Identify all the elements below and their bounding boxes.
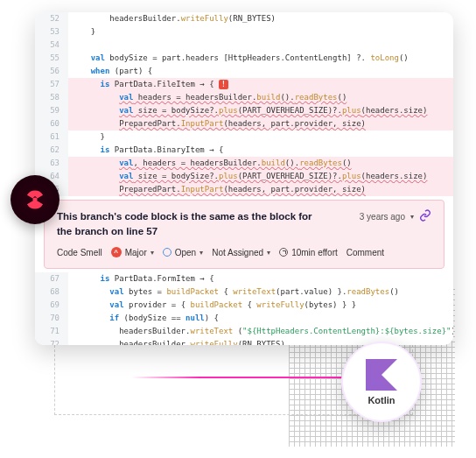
language-label: Kotlin (368, 395, 395, 405)
line-source: is PartData.FileItem → { ! (68, 78, 453, 91)
issue-title[interactable]: This branch's code block is the same as … (57, 209, 319, 238)
code-line: 67 is PartData.FormItem → { (35, 272, 453, 285)
issue-panel: This branch's code block is the same as … (44, 200, 444, 269)
sonar-badge (10, 175, 60, 224)
code-line: 60 PreparedPart.InputPart(headers, part.… (35, 117, 453, 130)
line-number: 62 (35, 144, 68, 157)
code-block-bottom: 67 is PartData.FormItem → {68 val bytes … (35, 272, 453, 345)
issue-effort: 10min effort (279, 248, 338, 257)
chevron-down-icon[interactable]: ▾ (410, 213, 414, 221)
code-line: 64 val size = bodySize?.plus(PART_OVERHE… (35, 170, 453, 183)
line-source: PreparedPart.InputPart(headers, part.pro… (68, 117, 453, 130)
code-line: 52 headersBuilder.writeFully(RN_BYTES) (35, 12, 453, 25)
code-line: 55 val bodySize = part.headers [HttpHead… (35, 52, 453, 65)
line-source: val provider = { buildPacket { writeFull… (68, 299, 453, 312)
severity-icon: ^ (111, 247, 122, 257)
chevron-down-icon[interactable]: ▾ (200, 249, 203, 257)
language-badge: Kotlin (341, 342, 422, 422)
line-number: 72 (35, 338, 68, 345)
code-line: 68 val bytes = buildPacket { writeText(p… (35, 285, 453, 299)
code-line: 56 when (part) { (35, 65, 453, 78)
issue-age-text: 3 years ago (360, 212, 405, 222)
issue-status[interactable]: Open▾ (163, 248, 203, 257)
line-source: headersBuilder.writeText ("${HttpHeaders… (68, 325, 453, 338)
line-source: val size = bodySize?.plus(PART_OVERHEAD_… (68, 104, 453, 117)
code-line: 71 headersBuilder.writeText ("${HttpHead… (35, 325, 453, 338)
code-line: 54 (35, 39, 453, 52)
code-line: 69 val provider = { buildPacket { writeF… (35, 299, 453, 312)
issue-severity[interactable]: ^Major▾ (111, 247, 154, 257)
line-source: } (68, 25, 453, 39)
issue-type[interactable]: Code Smell (57, 248, 102, 257)
link-icon[interactable] (419, 209, 431, 223)
code-line: 57 is PartData.FileItem → { ! (35, 78, 453, 91)
line-source: PreparedPart.InputPart(headers, part.pro… (68, 183, 453, 196)
chevron-down-icon[interactable]: ▾ (267, 249, 270, 257)
issue-assignee[interactable]: Not Assigned▾ (212, 248, 270, 257)
issue-comment-link[interactable]: Comment (346, 248, 384, 257)
code-block-top: 52 headersBuilder.writeFully(RN_BYTES)53… (35, 12, 453, 196)
line-number: 61 (35, 130, 68, 144)
line-source: is PartData.BinaryItem → { (68, 144, 453, 157)
issue-age: 3 years ago ▾ (360, 209, 431, 223)
code-line: 59 val size = bodySize?.plus(PART_OVERHE… (35, 104, 453, 117)
code-line: 53 } (35, 25, 453, 39)
line-number: 53 (35, 25, 68, 39)
code-line: 65 PreparedPart.InputPart(headers, part.… (35, 183, 453, 196)
clock-icon (279, 248, 288, 257)
line-source: val bytes = buildPacket { writeText(part… (68, 285, 453, 299)
line-source: val bodySize = part.headers [HttpHeaders… (68, 52, 453, 65)
line-number: 55 (35, 52, 68, 65)
line-number: 52 (35, 12, 68, 25)
line-source: val, headers = headersBuilder.build().re… (68, 157, 453, 170)
line-number: 67 (35, 272, 68, 285)
line-number: 63 (35, 157, 68, 170)
line-source: is PartData.FormItem → { (68, 272, 453, 285)
code-line: 70 if (bodySize == null) { (35, 312, 453, 325)
line-source: val size = bodySize?.plus(PART_OVERHEAD_… (68, 170, 453, 183)
line-number: 69 (35, 299, 68, 312)
line-source (68, 39, 453, 52)
line-source: headersBuilder.writeFully(RN_BYTES) (68, 12, 453, 25)
line-number: 60 (35, 117, 68, 130)
line-source: val headers = headersBuilder.build().rea… (68, 91, 453, 104)
code-line: 63 val, headers = headersBuilder.build()… (35, 157, 453, 170)
line-source: when (part) { (68, 65, 453, 78)
line-number: 70 (35, 312, 68, 325)
code-line: 58 val headers = headersBuilder.build().… (35, 91, 453, 104)
line-number: 58 (35, 91, 68, 104)
radiation-icon (23, 187, 47, 212)
line-number: 68 (35, 285, 68, 299)
status-open-icon (163, 248, 172, 257)
line-number: 57 (35, 78, 68, 91)
kotlin-icon (366, 359, 397, 391)
line-source: if (bodySize == null) { (68, 312, 453, 325)
decorative-connector-line (131, 377, 359, 378)
code-line: 62 is PartData.BinaryItem → { (35, 144, 453, 157)
line-number: 71 (35, 325, 68, 338)
code-line: 61 } (35, 130, 453, 144)
issue-meta-row: Code Smell ^Major▾ Open▾ Not Assigned▾ 1… (57, 247, 431, 257)
line-number: 56 (35, 65, 68, 78)
line-source: } (68, 130, 453, 144)
code-issue-card: 52 headersBuilder.writeFully(RN_BYTES)53… (35, 12, 453, 345)
line-number: 54 (35, 39, 68, 52)
line-number: 59 (35, 104, 68, 117)
chevron-down-icon[interactable]: ▾ (150, 249, 154, 257)
